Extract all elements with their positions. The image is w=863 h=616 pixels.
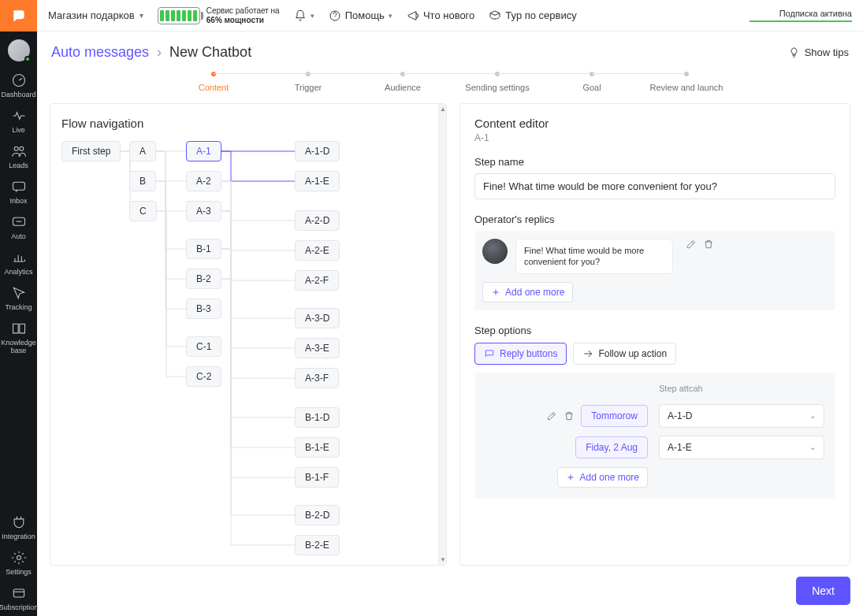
nav-analytics-label: Analytics [4, 268, 32, 276]
tab-reply-label: Reply buttons [500, 348, 557, 359]
show-tips-label: Show tips [805, 46, 849, 58]
flow-node-a[interactable]: A [129, 141, 156, 161]
attach-select-2[interactable]: A-1-E ⌄ [659, 436, 824, 459]
step-goal[interactable]: Goal [545, 72, 639, 92]
flow-node-c-1[interactable]: C-1 [186, 336, 221, 357]
step-content[interactable]: Content [166, 72, 261, 92]
attach-select-2-value: A-1-E [668, 442, 692, 453]
nav-live-label: Live [12, 126, 25, 134]
flow-node-a-3-f[interactable]: A-3-F [295, 368, 339, 388]
edit-icon[interactable] [546, 410, 557, 421]
next-button[interactable]: Next [796, 577, 850, 605]
flow-node-b-2[interactable]: B-2 [186, 269, 221, 289]
reply-chip-2[interactable]: Fiday, 2 Aug [575, 436, 648, 458]
flow-node-c[interactable]: C [129, 201, 157, 221]
step-audience[interactable]: Audience [355, 72, 450, 92]
flow-node-b[interactable]: B [129, 171, 156, 191]
notifications-button[interactable]: ▾ [294, 9, 314, 22]
flow-node-b-1-f[interactable]: B-1-F [295, 467, 339, 488]
editor-title: Content editor [474, 117, 835, 130]
flow-node-a-2-e[interactable]: A-2-E [295, 240, 340, 261]
chevron-down-icon: ⌄ [809, 411, 816, 420]
flow-node-a-2-d[interactable]: A-2-D [295, 210, 340, 231]
nav-inbox-label: Inbox [9, 197, 27, 205]
nav-leads-label: Leads [9, 161, 28, 169]
svg-point-1 [14, 147, 18, 150]
flow-title: Flow navigation [61, 117, 427, 130]
step-sending[interactable]: Sending settings [450, 72, 545, 92]
nav-auto[interactable]: Auto [0, 210, 37, 245]
replic-bubble[interactable]: Fine! What time would be more convenient… [515, 239, 673, 274]
chevron-down-icon: ▾ [139, 11, 143, 20]
flow-node-b-1-d[interactable]: B-1-D [295, 407, 340, 428]
chevron-down-icon: ⌄ [809, 443, 816, 451]
avatar[interactable] [8, 39, 30, 61]
store-selector[interactable]: Магазин подарков ▾ [48, 9, 143, 21]
tab-follow-up[interactable]: Follow up action [573, 343, 676, 365]
help-label: Помощь [345, 9, 385, 21]
stepname-input[interactable] [474, 173, 835, 199]
subscription-status[interactable]: Подписка активна [750, 9, 852, 22]
breadcrumb: Auto messages › New Chatbot [51, 44, 251, 61]
flow-node-first-step[interactable]: First step [61, 141, 121, 161]
stepname-label: Step name [474, 156, 835, 168]
add-replic-label: Add one more [505, 287, 564, 298]
nav-analytics[interactable]: Analytics [0, 245, 37, 280]
svg-point-5 [17, 556, 20, 560]
nav-integration[interactable]: Integration [0, 510, 38, 545]
reply-chip-1[interactable]: Tommorow [581, 405, 648, 427]
nav-subscription-label: Subscription [0, 603, 38, 611]
nav-settings-label: Settings [6, 568, 32, 576]
add-replic-button[interactable]: Add one more [482, 282, 573, 302]
flow-node-a-1-d[interactable]: A-1-D [295, 141, 340, 161]
flow-node-a-3-e[interactable]: A-3-E [295, 338, 340, 358]
nav-tracking-label: Tracking [5, 303, 32, 311]
nav-subscription[interactable]: Subscription [0, 581, 38, 616]
tab-follow-label: Follow up action [598, 348, 667, 359]
flow-node-a-2-f[interactable]: A-2-F [295, 270, 339, 291]
scroll-down-icon[interactable]: ▼ [440, 556, 446, 563]
trash-icon[interactable] [564, 410, 575, 421]
service-capacity: Сервис работает на 66% мощности [158, 6, 280, 24]
battery-icon [158, 7, 200, 24]
flow-node-a-1[interactable]: A-1 [186, 141, 221, 161]
tab-reply-buttons[interactable]: Reply buttons [474, 343, 567, 365]
flow-node-a-2[interactable]: A-2 [186, 171, 221, 191]
tour-button[interactable]: Тур по сервису [489, 9, 576, 22]
flow-node-c-2[interactable]: C-2 [186, 366, 221, 387]
flow-node-b-2-e[interactable]: B-2-E [295, 535, 340, 555]
nav-dashboard[interactable]: Dashboard [0, 68, 37, 103]
app-logo[interactable] [0, 0, 37, 32]
attach-select-1-value: A-1-D [668, 410, 692, 421]
flow-node-b-1-e[interactable]: B-1-E [295, 437, 340, 458]
nav-live[interactable]: Live [0, 103, 37, 139]
show-tips-button[interactable]: Show tips [788, 46, 849, 58]
breadcrumb-auto-messages[interactable]: Auto messages [51, 44, 149, 61]
step-review[interactable]: Review and launch [639, 72, 734, 92]
svg-rect-6 [13, 589, 24, 597]
nav-knowledge[interactable]: Knowledge base [0, 316, 37, 359]
flow-node-b-2-d[interactable]: B-2-D [295, 505, 340, 525]
breadcrumb-separator: › [157, 44, 162, 61]
scroll-up-icon[interactable]: ▲ [440, 106, 446, 113]
edit-icon[interactable] [686, 239, 697, 250]
add-reply-button[interactable]: Add one more [557, 467, 648, 488]
help-button[interactable]: Помощь ▾ [329, 9, 392, 22]
nav-dashboard-label: Dashboard [1, 91, 35, 98]
nav-leads[interactable]: Leads [0, 139, 37, 174]
flow-node-a-1-e[interactable]: A-1-E [295, 171, 340, 191]
nav-tracking[interactable]: Tracking [0, 280, 37, 316]
whatsnew-button[interactable]: Что нового [407, 9, 474, 22]
scrollbar[interactable]: ▲ ▼ [438, 104, 446, 565]
subscription-label: Подписка активна [779, 9, 852, 20]
flow-node-b-1[interactable]: B-1 [186, 239, 221, 259]
flow-node-a-3-d[interactable]: A-3-D [295, 308, 340, 328]
trash-icon[interactable] [703, 239, 714, 250]
flow-node-a-3[interactable]: A-3 [186, 201, 221, 221]
svg-rect-3 [13, 182, 24, 190]
attach-select-1[interactable]: A-1-D ⌄ [659, 404, 824, 428]
nav-settings[interactable]: Settings [0, 545, 38, 581]
flow-node-b-3[interactable]: B-3 [186, 299, 221, 319]
nav-inbox[interactable]: Inbox [0, 174, 37, 210]
step-trigger[interactable]: Trigger [261, 72, 355, 92]
